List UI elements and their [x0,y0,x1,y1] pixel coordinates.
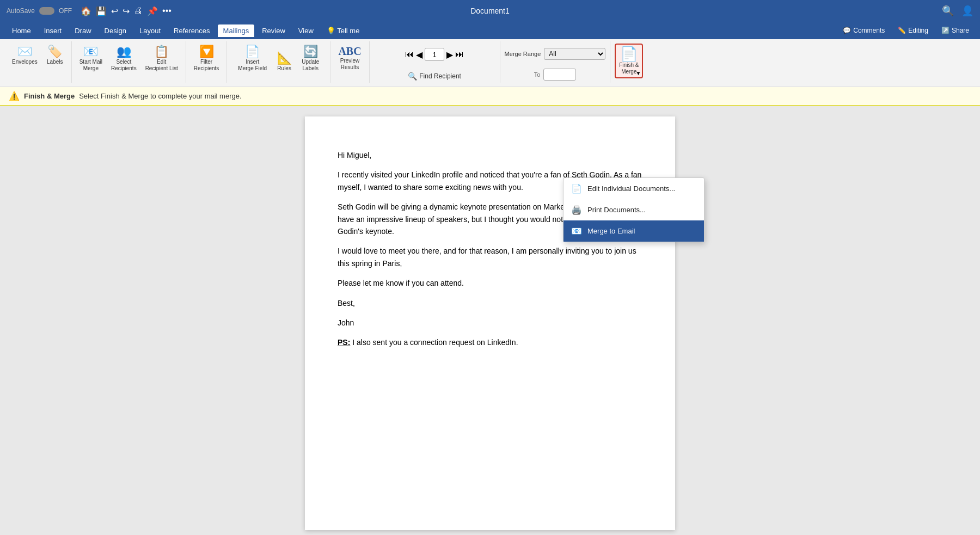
finish-merge-icon: 📄 [620,47,638,61]
filter-icon: 🔽 [199,46,214,58]
menu-review[interactable]: Review [256,24,291,37]
insert-merge-field-label: InsertMerge Field [238,59,267,72]
doc-para3: I would love to meet you there, and for … [338,245,642,269]
comments-icon: 💬 [843,27,851,34]
select-recipients-icon: 👥 [117,46,131,58]
ribbon-group-preview: ABC PreviewResults [330,41,369,83]
pencil-icon: ✏️ [898,27,906,34]
doc-closing1: Best, [338,297,642,309]
ribbon-group-merge-range: Merge Range All Current Record Custom To [500,41,611,83]
start-mail-merge-label: Start MailMerge [79,59,102,72]
print-documents-label: Print Documents... [587,206,646,214]
edit-individual-documents-option[interactable]: 📄 Edit Individual Documents... [564,178,704,199]
home-icon[interactable]: 🏠 [81,6,91,16]
envelopes-label: Envelopes [12,59,38,65]
info-icon: ⚠️ [9,91,20,101]
nav-next-button[interactable]: ▶ [446,50,453,60]
redo-icon[interactable]: ↪ [122,6,130,16]
autosave-label: AutoSave [7,7,35,15]
envelope-icon: ✉️ [17,46,32,58]
menu-layout[interactable]: Layout [134,24,166,37]
menu-bar: Home Insert Draw Design Layout Reference… [0,22,980,39]
update-labels-icon: 🔄 [303,46,318,58]
menu-mailings[interactable]: Mailings [218,24,255,37]
editing-button[interactable]: ✏️ Editing [893,25,933,36]
ribbon-group-filter: 🔽 FilterRecipients [186,41,228,83]
preview-icon: ABC [338,46,361,57]
edit-recipient-list-label: EditRecipient List [145,59,178,72]
print-documents-option[interactable]: 🖨️ Print Documents... [564,199,704,220]
autosave-state: OFF [59,7,72,15]
menu-home[interactable]: Home [7,24,36,37]
search-icon[interactable]: 🔍 [942,5,954,17]
finish-merge-dropdown-arrow[interactable]: ▼ [635,70,641,76]
share-icon: ↗️ [941,27,950,34]
doc-greeting: Hi Miguel, [338,149,642,161]
merge-to-email-icon: 📧 [571,226,582,236]
start-mail-merge-icon: 📧 [83,46,98,58]
rules-label: Rules [277,65,291,72]
insert-field-icon: 📄 [245,46,260,58]
more-icon[interactable]: ••• [162,6,171,16]
menu-tell-me[interactable]: 💡 Tell me [321,24,365,37]
page-number-input[interactable] [425,48,444,61]
ribbon-group-insert: 📄 InsertMerge Field 📐 Rules 🔄 UpdateLabe… [227,41,330,83]
merge-to-email-option[interactable]: 📧 Merge to Email [564,220,704,242]
ribbon-group-finish-merge: 📄 Finish &Merge ▼ [610,41,647,83]
comments-button[interactable]: 💬 Comments [838,25,889,36]
edit-recipient-list-button[interactable]: 📋 EditRecipient List [142,44,181,74]
doc-ps-text: I also sent you a connection request on … [350,338,518,347]
to-label: To [534,71,541,78]
share-button[interactable]: ↗️ Share [937,25,973,36]
title-bar: AutoSave OFF 🏠 💾 ↩ ↪ 🖨 📌 ••• Document1 🔍… [0,0,980,22]
ribbon-group-start-merge: 📧 Start MailMerge 👥 SelectRecipients 📋 E… [72,41,186,83]
info-bar: ⚠️ Finish & Merge Select Finish & Merge … [0,87,980,106]
account-icon[interactable]: 👤 [961,5,973,17]
rules-icon: 📐 [277,52,292,64]
doc-closing2: John [338,317,642,329]
find-recipient-icon: 🔍 [408,72,417,81]
select-recipients-label: SelectRecipients [111,59,137,72]
menu-references[interactable]: References [168,24,215,37]
save-icon[interactable]: 💾 [96,6,107,16]
filter-recipients-button[interactable]: 🔽 FilterRecipients [191,44,223,74]
nav-first-button[interactable]: ⏮ [405,50,414,59]
labels-button[interactable]: 🏷️ Labels [43,44,67,67]
rules-button[interactable]: 📐 Rules [272,50,296,74]
insert-merge-field-button[interactable]: 📄 InsertMerge Field [235,44,270,74]
find-recipient-button[interactable]: Find Recipient [419,72,461,80]
edit-individual-label: Edit Individual Documents... [587,185,675,193]
quicksave-icon[interactable]: 📌 [147,6,158,16]
edit-recipient-list-icon: 📋 [154,46,169,58]
merge-range-label: Merge Range [505,51,541,57]
to-input[interactable] [543,69,576,81]
info-bold-text: Finish & Merge [24,92,75,100]
ribbon-group-navigation: ⏮ ◀ ▶ ⏭ 🔍 Find Recipient [370,41,500,83]
nav-last-button[interactable]: ⏭ [455,50,464,59]
nav-prev-button[interactable]: ◀ [416,50,422,60]
preview-results-button[interactable]: ABC PreviewResults [335,44,364,73]
undo-icon[interactable]: ↩ [111,6,118,16]
labels-label: Labels [47,59,63,65]
title-bar-right: 🔍 👤 [942,5,973,17]
edit-individual-icon: 📄 [571,183,582,194]
autosave-toggle[interactable] [39,7,54,15]
finish-merge-dropdown: 📄 Edit Individual Documents... 🖨️ Print … [563,177,705,242]
envelopes-button[interactable]: ✉️ Envelopes [9,44,41,67]
merge-range-select[interactable]: All Current Record Custom [544,48,605,60]
menu-view[interactable]: View [293,24,319,37]
finish-merge-button[interactable]: 📄 Finish &Merge ▼ [615,44,643,78]
info-text: Select Finish & Merge to complete your m… [79,92,241,100]
menu-design[interactable]: Design [99,24,132,37]
filter-recipients-label: FilterRecipients [194,59,219,72]
update-labels-label: UpdateLabels [302,59,319,72]
menu-insert[interactable]: Insert [39,24,68,37]
update-labels-button[interactable]: 🔄 UpdateLabels [298,44,322,74]
select-recipients-button[interactable]: 👥 SelectRecipients [108,44,140,74]
title-bar-left: AutoSave OFF 🏠 💾 ↩ ↪ 🖨 📌 ••• [7,6,171,16]
print-icon[interactable]: 🖨 [134,6,143,16]
menu-draw[interactable]: Draw [69,24,96,37]
doc-para4: Please let me know if you can attend. [338,277,642,289]
start-mail-merge-button[interactable]: 📧 Start MailMerge [76,44,106,74]
preview-results-label: PreviewResults [340,58,360,71]
